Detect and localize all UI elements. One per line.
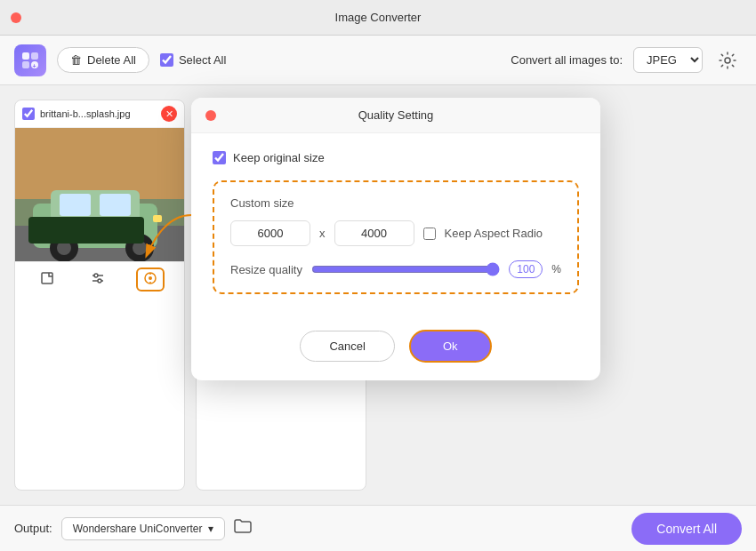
select-all-checkbox-label[interactable]: Select All bbox=[160, 53, 226, 67]
svg-point-16 bbox=[133, 241, 147, 255]
window-close-dot[interactable] bbox=[11, 12, 21, 23]
quality-slider-container bbox=[311, 262, 500, 276]
card-1-resize-button[interactable] bbox=[35, 269, 60, 290]
convert-all-button[interactable]: Convert All bbox=[631, 513, 742, 545]
width-input[interactable] bbox=[230, 220, 310, 246]
custom-size-row: x Keep Aspect Radio bbox=[230, 220, 561, 246]
quality-slider[interactable] bbox=[311, 262, 500, 276]
quality-percent: % bbox=[551, 263, 561, 276]
modal-title: Quality Setting bbox=[223, 108, 568, 122]
svg-rect-1 bbox=[31, 52, 38, 60]
card-1-toolbar bbox=[15, 261, 184, 297]
modal-body: Keep original size Custom size x Keep As… bbox=[191, 133, 600, 315]
output-path-label: Wondershare UniConverter bbox=[73, 523, 203, 535]
svg-rect-17 bbox=[153, 215, 162, 222]
select-all-checkbox[interactable] bbox=[160, 53, 173, 67]
modal-footer: Cancel Ok bbox=[191, 315, 600, 380]
svg-point-14 bbox=[57, 241, 71, 255]
toolbar: + 🗑 Delete All Select All Convert all im… bbox=[0, 36, 756, 85]
svg-rect-18 bbox=[42, 273, 52, 283]
cancel-button[interactable]: Cancel bbox=[300, 331, 394, 362]
format-select[interactable]: JPEG PNG WebP GIF BMP TIFF bbox=[633, 47, 703, 73]
keep-original-row: Keep original size bbox=[213, 151, 579, 164]
delete-all-label: Delete All bbox=[87, 53, 136, 67]
quality-value-box: 100 bbox=[509, 260, 543, 278]
custom-size-title: Custom size bbox=[230, 196, 561, 210]
card-1-quality-button[interactable] bbox=[136, 268, 165, 291]
image-card-1: brittani-b...splash.jpg ✕ bbox=[14, 100, 185, 491]
svg-rect-11 bbox=[60, 194, 91, 216]
image-card-1-header: brittani-b...splash.jpg ✕ bbox=[15, 100, 184, 128]
svg-point-22 bbox=[98, 279, 101, 283]
select-all-label: Select All bbox=[179, 53, 226, 67]
title-bar: Image Converter bbox=[0, 0, 756, 36]
ok-button[interactable]: Ok bbox=[409, 330, 492, 363]
svg-rect-12 bbox=[100, 194, 131, 216]
app-title: Image Converter bbox=[335, 11, 422, 24]
card-1-filename: brittani-b...splash.jpg bbox=[40, 108, 156, 119]
keep-aspect-label: Keep Aspect Radio bbox=[445, 227, 543, 240]
trash-icon: 🗑 bbox=[70, 53, 82, 67]
keep-original-checkbox[interactable] bbox=[213, 151, 226, 164]
output-path-button[interactable]: Wondershare UniConverter ▾ bbox=[61, 517, 225, 540]
size-x-separator: x bbox=[319, 227, 326, 240]
card-1-image bbox=[15, 128, 184, 261]
height-input[interactable] bbox=[334, 220, 414, 246]
card-1-close-button[interactable]: ✕ bbox=[161, 106, 177, 122]
app-logo: + bbox=[14, 44, 46, 76]
footer: Output: Wondershare UniConverter ▾ Conve… bbox=[0, 505, 756, 551]
modal-close-dot[interactable] bbox=[205, 110, 216, 121]
svg-point-5 bbox=[725, 58, 730, 63]
custom-size-box: Custom size x Keep Aspect Radio Resize q… bbox=[213, 180, 579, 294]
svg-text:+: + bbox=[33, 62, 36, 68]
resize-quality-row: Resize quality 100 % bbox=[230, 260, 561, 278]
quality-setting-modal: Quality Setting Keep original size Custo… bbox=[191, 98, 600, 380]
card-1-checkbox[interactable] bbox=[22, 108, 35, 120]
keep-aspect-checkbox[interactable] bbox=[423, 228, 436, 240]
keep-original-label: Keep original size bbox=[233, 151, 325, 164]
folder-icon-button[interactable] bbox=[234, 518, 252, 539]
convert-all-label: Convert all images to: bbox=[511, 53, 623, 67]
svg-point-24 bbox=[149, 276, 152, 280]
resize-quality-label: Resize quality bbox=[230, 263, 302, 276]
svg-point-21 bbox=[94, 274, 98, 277]
card-1-adjust-button[interactable] bbox=[85, 269, 110, 290]
svg-rect-0 bbox=[22, 52, 29, 60]
delete-all-button[interactable]: 🗑 Delete All bbox=[57, 47, 149, 73]
chevron-down-icon: ▾ bbox=[208, 523, 213, 535]
svg-rect-2 bbox=[22, 61, 29, 68]
output-label: Output: bbox=[14, 522, 52, 535]
modal-titlebar: Quality Setting bbox=[191, 98, 600, 133]
settings-icon-button[interactable] bbox=[713, 46, 742, 75]
